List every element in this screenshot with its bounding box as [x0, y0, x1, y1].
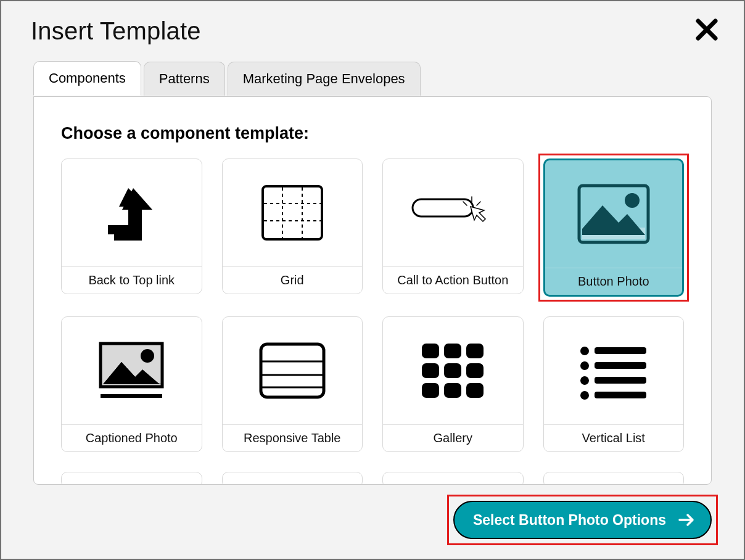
svg-point-21: [580, 347, 589, 355]
svg-point-27: [580, 391, 589, 400]
svg-rect-19: [444, 383, 461, 398]
close-icon: [694, 17, 719, 42]
component-card-label: Responsive Table: [223, 425, 363, 451]
svg-point-23: [580, 361, 589, 370]
svg-point-25: [580, 376, 589, 385]
svg-rect-7: [101, 394, 162, 398]
svg-point-4: [625, 193, 640, 208]
select-options-button[interactable]: Select Button Photo Options: [453, 501, 712, 539]
svg-point-6: [141, 349, 154, 363]
arrow-up-turn-icon: [94, 176, 168, 250]
tab-patterns[interactable]: Patterns: [144, 62, 225, 96]
svg-rect-24: [595, 362, 646, 369]
component-card-cta-button[interactable]: Call to Action Button: [382, 159, 524, 294]
svg-rect-26: [595, 377, 646, 384]
svg-rect-12: [422, 344, 439, 358]
panel-heading: Choose a component template:: [61, 124, 309, 143]
photo-icon: [570, 177, 657, 251]
svg-rect-17: [466, 363, 484, 378]
svg-rect-22: [595, 347, 646, 354]
component-card-label: Back to Top link: [62, 267, 202, 294]
tab-panel-components: Choose a component template:: [33, 96, 712, 485]
component-card-responsive-table[interactable]: Responsive Table: [222, 316, 363, 452]
svg-rect-18: [422, 383, 439, 398]
component-card-grid[interactable]: Grid: [222, 159, 363, 294]
component-card-label: Grid: [223, 267, 363, 294]
svg-rect-1: [413, 199, 473, 216]
component-card-placeholder[interactable]: [61, 472, 202, 485]
component-card-gallery[interactable]: Gallery: [382, 316, 524, 452]
component-card-label: Captioned Photo: [62, 425, 202, 451]
svg-rect-15: [422, 363, 439, 378]
component-card-label: Call to Action Button: [383, 267, 523, 294]
svg-rect-28: [595, 392, 646, 398]
component-card-captioned-photo[interactable]: Captioned Photo: [61, 316, 202, 452]
svg-rect-8: [261, 344, 324, 397]
component-card-button-photo[interactable]: Button Photo: [543, 159, 685, 297]
svg-rect-16: [444, 363, 461, 378]
component-grid: Back to Top link Grid: [61, 159, 684, 485]
tab-marketing-envelopes[interactable]: Marketing Page Envelopes: [228, 62, 421, 96]
tab-components[interactable]: Components: [33, 61, 141, 96]
svg-rect-20: [466, 383, 484, 398]
component-card-back-to-top[interactable]: Back to Top link: [61, 159, 202, 294]
svg-rect-14: [466, 344, 484, 358]
arrow-right-icon: [677, 511, 696, 529]
svg-rect-13: [444, 344, 461, 358]
table-rows-icon: [252, 337, 332, 405]
grid-dashed-icon: [255, 179, 329, 247]
cursor-button-icon: [406, 188, 499, 237]
bullet-list-icon: [574, 340, 654, 401]
dialog-title: Insert Template: [31, 17, 201, 45]
gallery-grid-icon: [416, 340, 490, 401]
component-card-placeholder[interactable]: [543, 472, 685, 485]
component-card-placeholder[interactable]: [382, 472, 524, 485]
component-card-vertical-list[interactable]: Vertical List: [543, 316, 685, 452]
component-card-label: Vertical List: [544, 425, 684, 451]
select-options-button-label: Select Button Photo Options: [473, 512, 666, 529]
close-button[interactable]: [694, 17, 719, 42]
component-card-placeholder[interactable]: [222, 472, 363, 485]
svg-rect-0: [263, 186, 322, 239]
tab-bar: Components Patterns Marketing Page Envel…: [33, 60, 423, 95]
component-card-label: Gallery: [383, 425, 523, 451]
component-card-label: Button Photo: [545, 268, 683, 295]
dialog: Insert Template Components Patterns Mark…: [4, 4, 741, 556]
photo-caption-icon: [88, 334, 175, 408]
